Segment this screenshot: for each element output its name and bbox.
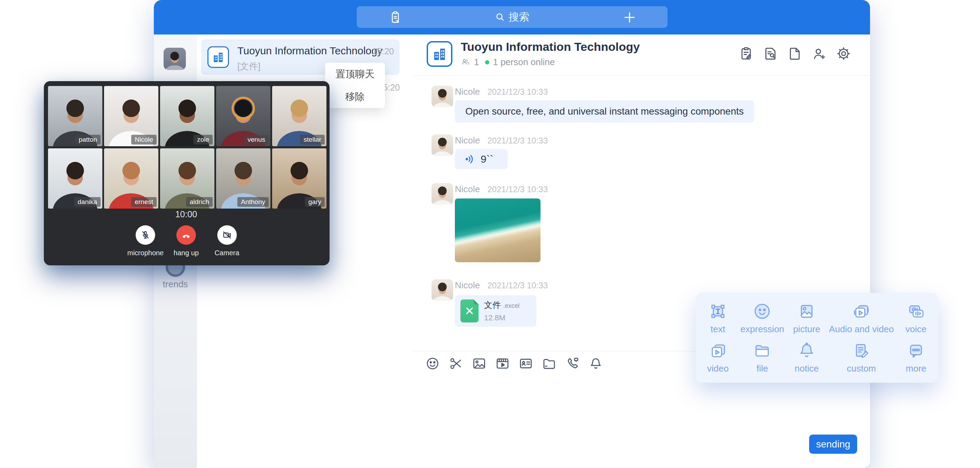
add-member-icon[interactable] [811, 46, 827, 61]
participant-name: venus [244, 135, 269, 144]
panel-item-more[interactable]: more [894, 338, 938, 377]
search-input[interactable]: 搜索 [357, 6, 668, 28]
sender-avatar[interactable] [431, 86, 453, 107]
message-time: 2021/12/3 10:33 [487, 136, 548, 145]
participant-tile[interactable]: Nicole [104, 86, 158, 146]
expression-icon [752, 302, 772, 321]
custom-icon [851, 341, 871, 360]
panel-item-picture[interactable]: picture [784, 299, 829, 338]
text-icon [708, 302, 728, 321]
participant-name: aldrich [186, 197, 213, 207]
participant-tile[interactable]: gary [272, 149, 326, 209]
contact-card-icon[interactable] [519, 356, 533, 371]
user-avatar[interactable] [164, 48, 186, 70]
panel-item-file[interactable]: file [740, 338, 785, 377]
members-icon [461, 58, 471, 67]
participant-tile[interactable]: ernest [104, 149, 158, 209]
settings-gear-icon[interactable] [836, 46, 851, 61]
group-notice-icon[interactable] [738, 46, 754, 61]
participant-tile[interactable]: Anthony [216, 149, 270, 209]
voice-message-bubble[interactable]: 9`` [455, 149, 508, 169]
camera-off-icon [222, 230, 232, 240]
panel-item-expression[interactable]: expression [740, 299, 785, 338]
file-size: 12.8M [484, 313, 520, 323]
bell-icon[interactable] [589, 356, 603, 371]
file-message-card[interactable]: ✕ 文件 .excel 12.8M [455, 295, 536, 327]
message-type-panel: text expression picture [696, 293, 938, 383]
video-call-overlay: patton Nicole zole venus stellar danika … [44, 81, 329, 265]
camera-control: Camera [215, 225, 239, 257]
hangup-control: hang up [173, 225, 199, 257]
sender-avatar[interactable] [431, 134, 453, 156]
participant-name: patton [75, 135, 100, 144]
hang-up-button[interactable] [177, 225, 196, 245]
panel-item-text[interactable]: text [696, 299, 740, 338]
microphone-mute-button[interactable] [136, 225, 155, 245]
chat-panel: Tuoyun Information Technology 1 1 person… [413, 35, 870, 468]
voice-wave-icon [464, 153, 476, 165]
participant-name: gary [305, 197, 325, 207]
more-icon [906, 341, 926, 360]
participant-tile[interactable]: zole [160, 86, 215, 146]
menu-item-remove[interactable]: 移除 [325, 85, 385, 108]
group-avatar [427, 41, 452, 67]
panel-item-audio-video[interactable]: Audio and video [829, 299, 894, 338]
panel-item-voice[interactable]: voice [894, 299, 938, 338]
panel-item-notice[interactable]: notice [784, 338, 829, 377]
chat-title: Tuoyun Information Technology [461, 40, 640, 54]
participant-name: Nicole [131, 135, 157, 144]
building-icon [431, 46, 447, 62]
panel-item-custom[interactable]: custom [829, 338, 894, 377]
participant-tile[interactable]: aldrich [160, 149, 215, 209]
participant-name: zole [194, 135, 213, 144]
conversation-last-message: [文件] [237, 60, 260, 72]
panel-item-video[interactable]: video [696, 338, 740, 377]
message-time: 2021/12/3 10:33 [487, 185, 548, 194]
microphone-label: microphone [127, 249, 164, 257]
search-placeholder-wrap: 搜索 [357, 6, 668, 28]
camera-toggle-button[interactable] [217, 225, 237, 245]
video-call-icon[interactable] [565, 356, 580, 371]
message-voice: Nicole 2021/12/3 10:33 9`` [431, 134, 548, 169]
mic-off-icon [140, 230, 151, 240]
sender-name: Nicole [455, 184, 480, 194]
sender-avatar[interactable] [431, 183, 453, 205]
picture-icon [797, 302, 816, 321]
participant-tile[interactable]: stellar [272, 86, 326, 146]
emoji-icon[interactable] [425, 356, 440, 371]
message-time: 2021/12/3 10:33 [487, 281, 548, 290]
sender-avatar[interactable] [431, 279, 453, 301]
participant-name: danika [74, 197, 100, 207]
audio-video-icon [851, 302, 871, 321]
message-time: 2021/12/3 10:33 [487, 87, 548, 96]
participant-tile[interactable]: venus [216, 86, 270, 146]
participant-tile[interactable]: patton [48, 86, 102, 146]
chat-header-actions [738, 46, 851, 61]
screenshot-scissors-icon[interactable] [449, 356, 463, 371]
image-icon[interactable] [472, 356, 487, 371]
microphone-control: microphone [127, 225, 164, 257]
excel-file-icon: ✕ [460, 299, 479, 323]
folder-icon[interactable] [542, 356, 557, 371]
beach-photo-message[interactable] [455, 198, 541, 262]
chat-subtitle: 1 1 person online [461, 57, 555, 67]
message-bubble[interactable]: Open source, free, and universal instant… [455, 100, 754, 123]
menu-item-pin-chat[interactable]: 置顶聊天 [325, 63, 385, 85]
online-text: 1 person online [493, 57, 555, 67]
send-button[interactable]: sending [809, 434, 857, 454]
add-icon[interactable] [622, 10, 637, 25]
video-icon [708, 341, 728, 360]
participant-tile[interactable]: danika [48, 149, 102, 209]
chat-history-icon[interactable] [763, 46, 778, 61]
top-bar: 搜索 [154, 0, 870, 35]
chat-header: Tuoyun Information Technology 1 1 person… [413, 35, 870, 75]
message-file: Nicole 2021/12/3 10:33 ✕ 文件 .excel 12.8M [431, 279, 548, 327]
video-clip-icon[interactable] [495, 356, 510, 371]
group-file-icon[interactable] [787, 46, 802, 61]
participant-name: Anthony [237, 197, 269, 207]
file-folder-icon [752, 341, 772, 360]
conversation-title: Tuoyun Information Technology [237, 45, 382, 57]
voice-icon [906, 302, 926, 321]
group-avatar [207, 46, 229, 68]
voice-duration: 9`` [480, 153, 493, 165]
